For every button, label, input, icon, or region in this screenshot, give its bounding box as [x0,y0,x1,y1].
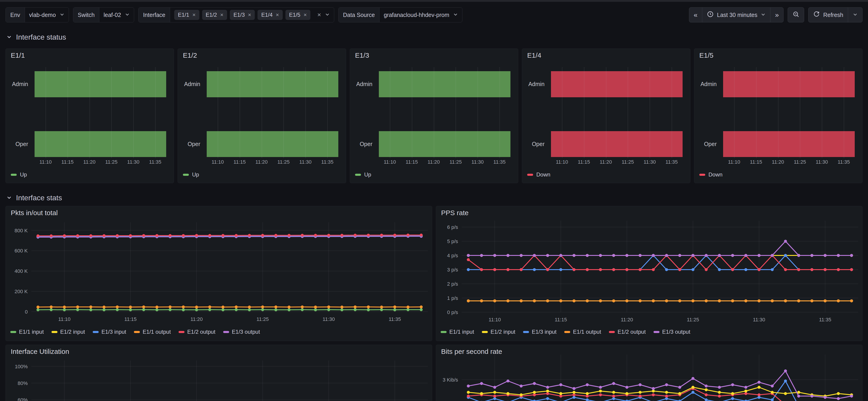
legend-item[interactable]: E1/3 output [223,329,260,335]
clear-all-icon[interactable]: × [317,11,321,19]
chip-remove-icon[interactable]: × [248,12,251,18]
legend-item[interactable]: E1/1 input [441,329,474,335]
E1/1 input-point [340,308,343,311]
E1/2 input-point [771,391,774,394]
legend-label: Up [20,172,27,178]
oper-state-bar[interactable] [379,131,510,157]
E1/1 output-point [850,299,853,302]
E1/3 output-point [850,395,853,398]
refresh-button[interactable]: Refresh [808,7,848,22]
E1/1 output-point [572,299,576,302]
x-tick-label: 11:10 [384,159,396,165]
E1/1 output-point [612,299,615,302]
E1/2 output-point [340,234,343,237]
E1/2 output-point [572,268,576,271]
legend-item[interactable]: E1/2 output [609,329,646,335]
util-plot-area[interactable]: 11:1011:1511:2011:2511:3011:35100%80%60% [6,345,432,401]
time-shift-forward-button[interactable]: » [770,7,783,22]
interface-chip[interactable]: E1/1× [174,10,199,20]
E1/2 input-point [705,389,708,391]
panel-title[interactable]: E1/4 [527,52,541,59]
chip-remove-icon[interactable]: × [304,12,307,18]
legend-item[interactable]: E1/2 output [179,329,215,335]
legend-item[interactable]: Up [183,172,199,178]
admin-state-bar[interactable] [723,71,855,97]
panel-title[interactable]: PPS rate [441,209,469,217]
legend-item[interactable]: Up [355,172,371,178]
x-tick-label: 11:30 [816,159,828,165]
chip-remove-icon[interactable]: × [276,12,279,18]
x-tick-label: 11:35 [149,159,161,165]
section-interface-status[interactable]: Interface status [6,33,66,41]
chip-remove-icon[interactable]: × [192,12,196,18]
E1/2 output-point [116,234,119,237]
admin-state-bar[interactable] [207,71,338,97]
oper-state-bar[interactable] [723,131,855,157]
chevron-down-icon[interactable] [325,12,330,18]
time-range-picker-button[interactable]: Last 30 minutes [702,7,770,22]
pkts-plot-area[interactable]: 11:1011:1511:2011:2511:3011:350200 K400 … [6,206,432,341]
E1/1 input-point [116,308,119,311]
switch-variable-select[interactable]: leaf-02 [99,7,134,22]
time-shift-back-button[interactable]: « [689,7,702,22]
panel-title[interactable]: E1/5 [699,52,713,59]
oper-state-bar[interactable] [551,131,683,157]
legend-item[interactable]: Up [11,172,27,178]
E1/1 output-point [76,306,79,309]
section-interface-stats[interactable]: Interface stats [6,194,62,202]
legend-item[interactable]: E1/3 output [653,329,690,335]
datasource-variable-select[interactable]: grafanacloud-hhdev-prom [379,7,462,22]
E1/1 output-point [506,299,509,302]
x-tick-label: 11:35 [819,317,831,322]
chip-remove-icon[interactable]: × [220,12,223,18]
legend-item[interactable]: E1/2 input [482,329,515,335]
oper-state-bar[interactable] [207,131,338,157]
legend-item[interactable]: E1/1 output [564,329,601,335]
panel-title[interactable]: E1/1 [11,52,25,59]
time-zoom-out-button[interactable] [788,7,804,22]
E1/3 input-point [718,268,721,271]
pps-chart[interactable]: 11:1011:1511:2011:2511:3011:350 p/s1 p/s… [436,206,862,341]
panel-title[interactable]: Bits per second rate [441,348,502,356]
y-tick-label: 0 p/s [447,309,458,315]
E1/2 output-point [599,394,602,396]
oper-state-bar[interactable] [35,131,166,157]
panel-title[interactable]: E1/3 [355,52,369,59]
panel-title[interactable]: Interface Utilization [11,348,69,356]
admin-state-bar[interactable] [551,71,683,97]
legend-item[interactable]: E1/3 input [93,329,126,335]
admin-state-bar[interactable] [379,71,510,97]
legend-color-pill [52,331,58,333]
E1/1 output-point [129,306,132,309]
x-tick-label: 11:20 [772,159,784,165]
legend-item[interactable]: Down [699,172,722,178]
time-axis: 11:1011:1511:2011:2511:3011:35 [551,159,683,165]
E1/2 output-point [546,268,549,271]
utilization-chart[interactable]: 11:1011:1511:2011:2511:3011:35100%80%60% [6,345,432,401]
interface-variable-select[interactable]: E1/1×E1/2×E1/3×E1/4×E1/5× × [170,7,334,22]
panel-title[interactable]: Pkts in/out total [11,209,58,217]
pkts-chart[interactable]: 11:1011:1511:2011:2511:3011:350200 K400 … [6,206,432,341]
admin-state-bar[interactable] [35,71,166,97]
E1/3 output-point [665,254,668,257]
panel-title[interactable]: E1/2 [183,52,197,59]
E1/2 output-point [195,234,198,237]
pps-plot-area[interactable]: 11:1011:1511:2011:2511:3011:350 p/s1 p/s… [436,206,863,341]
interface-chip[interactable]: E1/5× [285,10,310,20]
E1/3 output-point [758,381,761,384]
E1/2 output-point [129,234,132,237]
legend-item[interactable]: E1/3 input [523,329,556,335]
legend-item[interactable]: E1/1 output [134,329,171,335]
E1/3 output-point [586,383,589,387]
x-tick-label: 11:25 [277,159,289,165]
legend-item[interactable]: E1/2 input [52,329,85,335]
legend-item[interactable]: Down [527,172,550,178]
legend-item[interactable]: E1/1 input [10,329,44,335]
E1/2 input-point [480,392,483,395]
refresh-interval-button[interactable] [848,7,862,22]
env-variable-select[interactable]: vlab-demo [25,7,69,22]
E1/3 output-point [691,377,694,380]
interface-chip[interactable]: E1/3× [230,10,255,20]
interface-chip[interactable]: E1/2× [202,10,227,20]
interface-chip[interactable]: E1/4× [257,10,282,20]
